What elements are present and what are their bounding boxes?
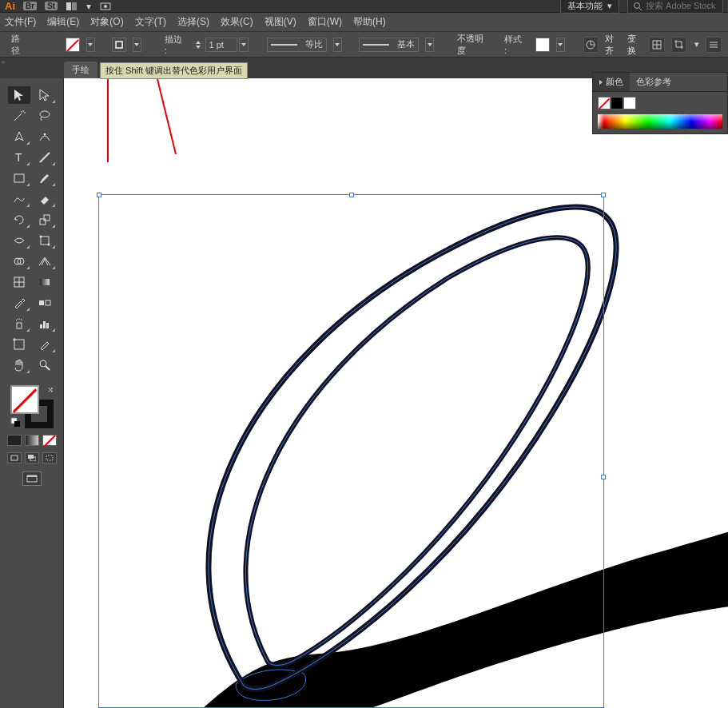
- handle-ne[interactable]: [601, 193, 606, 197]
- menu-file[interactable]: 文件(F): [5, 15, 36, 29]
- workspace-switcher[interactable]: 基本功能 ▾: [560, 0, 619, 14]
- workspace-label: 基本功能: [567, 0, 603, 12]
- variable-width-dropdown[interactable]: [333, 38, 342, 52]
- svg-rect-34: [46, 323, 49, 328]
- stroke-panel-label[interactable]: 描边 :: [160, 34, 189, 55]
- svg-rect-1: [72, 2, 77, 10]
- stroke-swatch[interactable]: [112, 38, 126, 52]
- color-mode-none[interactable]: [42, 435, 57, 446]
- search-stock-input[interactable]: 搜索 Adobe Stock: [627, 0, 723, 14]
- document-tab[interactable]: 手绘: [64, 62, 97, 78]
- gradient-tool[interactable]: [34, 273, 56, 291]
- panel-fill-swatch[interactable]: [598, 97, 611, 109]
- handle-e[interactable]: [601, 475, 606, 479]
- stroke-weight-stepper[interactable]: [196, 38, 204, 52]
- svg-rect-31: [17, 323, 22, 328]
- color-spectrum[interactable]: [598, 114, 722, 129]
- more-options-button[interactable]: [706, 37, 722, 53]
- mesh-tool[interactable]: [8, 273, 30, 291]
- panel-stroke-swatch-black[interactable]: [611, 97, 623, 109]
- recolor-artwork-button[interactable]: [583, 37, 599, 53]
- rotate-tool[interactable]: [8, 211, 30, 229]
- width-tool[interactable]: [8, 232, 30, 249]
- column-graph-tool[interactable]: [34, 315, 56, 332]
- eraser-tool[interactable]: [34, 190, 56, 208]
- chevron-down-icon[interactable]: ▾: [694, 39, 699, 50]
- crop-image-button[interactable]: [671, 37, 687, 53]
- gpu-preview-icon[interactable]: [99, 2, 112, 11]
- menu-effect[interactable]: 效果(C): [221, 15, 253, 29]
- isolate-button[interactable]: [649, 37, 665, 53]
- lasso-tool[interactable]: [34, 107, 56, 125]
- draw-normal-icon[interactable]: [7, 452, 22, 463]
- stock-badge[interactable]: St: [45, 2, 58, 10]
- color-tab[interactable]: 颜色: [593, 73, 630, 91]
- selection-tool[interactable]: [8, 86, 30, 104]
- stroke-dropdown[interactable]: [133, 38, 141, 52]
- application-bar: Ai Br St ▾ 基本功能 ▾ 搜索 Adobe Stock: [0, 0, 728, 13]
- direct-selection-tool[interactable]: [34, 86, 56, 104]
- svg-rect-42: [11, 455, 18, 460]
- shape-builder-tool[interactable]: [8, 253, 30, 270]
- stroke-weight-dropdown[interactable]: [239, 38, 249, 52]
- panel-collapse-grip[interactable]: “: [2, 59, 5, 70]
- menu-help[interactable]: 帮助(H): [353, 15, 386, 29]
- opacity-label[interactable]: 不透明度: [452, 33, 493, 57]
- artboard-tool[interactable]: [8, 336, 30, 353]
- handle-nw[interactable]: [97, 193, 101, 197]
- rectangle-tool[interactable]: [8, 169, 30, 187]
- eyedropper-tool[interactable]: [8, 294, 30, 312]
- canvas[interactable]: [64, 78, 728, 708]
- menu-object[interactable]: 对象(O): [90, 15, 123, 29]
- fill-stroke-indicator[interactable]: ⤭: [10, 385, 54, 428]
- variable-width-profile[interactable]: 等比: [267, 38, 327, 52]
- shaper-tool[interactable]: [8, 190, 30, 208]
- color-guide-tab[interactable]: 色彩参考: [630, 73, 678, 91]
- menu-window[interactable]: 窗口(W): [308, 15, 342, 29]
- perspective-grid-tool[interactable]: [34, 253, 56, 270]
- hand-tool[interactable]: [8, 356, 30, 374]
- free-transform-tool[interactable]: [34, 232, 56, 249]
- pen-tool[interactable]: [8, 128, 30, 145]
- color-mode-solid[interactable]: [7, 435, 22, 446]
- graphic-style-dropdown[interactable]: [556, 38, 565, 52]
- svg-rect-17: [14, 174, 24, 182]
- transform-panel-link[interactable]: 变换: [627, 33, 642, 57]
- panel-swatch-white[interactable]: [623, 97, 636, 109]
- symbol-sprayer-tool[interactable]: [8, 315, 30, 332]
- screen-mode-button[interactable]: [22, 471, 42, 486]
- draw-behind-icon[interactable]: [25, 452, 39, 463]
- menu-view[interactable]: 视图(V): [265, 15, 296, 29]
- brush-def-dropdown[interactable]: [425, 38, 434, 52]
- type-tool[interactable]: T: [8, 149, 30, 166]
- magic-wand-tool[interactable]: [8, 107, 30, 125]
- curvature-tool[interactable]: [34, 128, 56, 145]
- tools-panel: T ⤭: [0, 78, 64, 708]
- fill-dropdown[interactable]: [86, 38, 95, 52]
- line-segment-tool[interactable]: [34, 149, 56, 166]
- zoom-tool[interactable]: [34, 356, 56, 374]
- graphic-style-swatch[interactable]: [535, 38, 550, 52]
- menu-select[interactable]: 选择(S): [177, 15, 209, 29]
- slice-tool[interactable]: [34, 336, 56, 353]
- color-mode-gradient[interactable]: [25, 435, 39, 446]
- align-panel-link[interactable]: 对齐: [605, 33, 620, 57]
- brush-definition[interactable]: 基本: [359, 38, 419, 52]
- fill-color-box[interactable]: [10, 385, 39, 414]
- swap-fill-stroke-icon[interactable]: ⤭: [47, 385, 54, 394]
- fill-swatch[interactable]: [66, 38, 80, 52]
- bridge-badge[interactable]: Br: [23, 2, 37, 10]
- draw-inside-icon[interactable]: [42, 452, 57, 463]
- scale-tool[interactable]: [34, 211, 56, 229]
- arrange-dropdown-icon[interactable]: ▾: [86, 1, 91, 12]
- paintbrush-tool[interactable]: [34, 169, 56, 187]
- arrange-documents-icon[interactable]: [66, 2, 78, 11]
- menu-type[interactable]: 文字(T): [135, 15, 166, 29]
- blend-tool[interactable]: [34, 294, 56, 312]
- stroke-weight-value[interactable]: 1 pt: [205, 38, 237, 52]
- default-fill-stroke-icon[interactable]: [10, 417, 22, 428]
- variable-width-label: 等比: [305, 38, 323, 50]
- selection-bounding-box[interactable]: [98, 194, 604, 708]
- handle-n[interactable]: [349, 193, 354, 197]
- menu-edit[interactable]: 编辑(E): [47, 15, 79, 29]
